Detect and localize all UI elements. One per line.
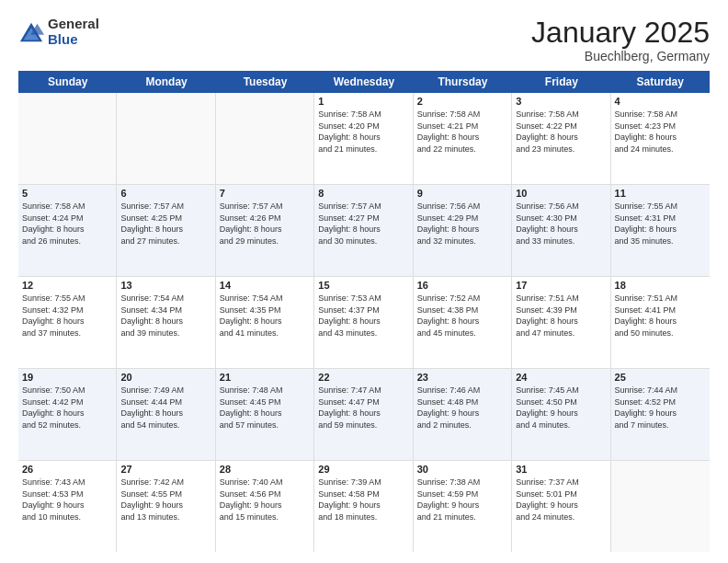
day-info: Sunrise: 7:46 AM Sunset: 4:48 PM Dayligh… — [417, 385, 507, 431]
day-number: 1 — [318, 96, 408, 107]
day-info: Sunrise: 7:39 AM Sunset: 4:58 PM Dayligh… — [318, 477, 408, 523]
day-info: Sunrise: 7:53 AM Sunset: 4:37 PM Dayligh… — [318, 293, 408, 339]
cal-cell-2-0: 12Sunrise: 7:55 AM Sunset: 4:32 PM Dayli… — [18, 277, 117, 368]
cal-cell-1-5: 10Sunrise: 7:56 AM Sunset: 4:30 PM Dayli… — [512, 185, 610, 276]
day-info: Sunrise: 7:55 AM Sunset: 4:32 PM Dayligh… — [22, 293, 112, 339]
calendar-row-4: 26Sunrise: 7:43 AM Sunset: 4:53 PM Dayli… — [18, 461, 710, 552]
day-info: Sunrise: 7:58 AM Sunset: 4:20 PM Dayligh… — [318, 109, 408, 155]
day-number: 11 — [615, 188, 706, 199]
month-title: January 2025 — [531, 17, 710, 49]
logo-general-text: General — [48, 17, 99, 32]
day-number: 23 — [417, 372, 507, 383]
day-info: Sunrise: 7:58 AM Sunset: 4:23 PM Dayligh… — [615, 109, 706, 155]
cal-cell-0-2 — [216, 93, 314, 184]
day-number: 20 — [120, 372, 210, 383]
day-number: 5 — [22, 188, 112, 199]
cal-cell-1-4: 9Sunrise: 7:56 AM Sunset: 4:29 PM Daylig… — [414, 185, 512, 276]
cal-cell-1-3: 8Sunrise: 7:57 AM Sunset: 4:27 PM Daylig… — [314, 185, 413, 276]
day-number: 29 — [318, 464, 408, 475]
cal-cell-1-0: 5Sunrise: 7:58 AM Sunset: 4:24 PM Daylig… — [18, 185, 117, 276]
day-number: 28 — [220, 464, 310, 475]
day-number: 13 — [120, 280, 210, 291]
cal-cell-2-2: 14Sunrise: 7:54 AM Sunset: 4:35 PM Dayli… — [216, 277, 314, 368]
cal-cell-4-2: 28Sunrise: 7:40 AM Sunset: 4:56 PM Dayli… — [216, 461, 314, 552]
cal-cell-0-4: 2Sunrise: 7:58 AM Sunset: 4:21 PM Daylig… — [414, 93, 512, 184]
cal-cell-4-6 — [611, 461, 710, 552]
title-block: January 2025 Buechlberg, Germany — [531, 17, 710, 63]
header-day-thursday: Thursday — [414, 71, 512, 93]
day-info: Sunrise: 7:49 AM Sunset: 4:44 PM Dayligh… — [120, 385, 210, 431]
day-info: Sunrise: 7:54 AM Sunset: 4:35 PM Dayligh… — [220, 293, 310, 339]
cal-cell-2-1: 13Sunrise: 7:54 AM Sunset: 4:34 PM Dayli… — [117, 277, 215, 368]
calendar: SundayMondayTuesdayWednesdayThursdayFrid… — [18, 71, 710, 552]
cal-cell-3-6: 25Sunrise: 7:44 AM Sunset: 4:52 PM Dayli… — [611, 369, 710, 460]
day-info: Sunrise: 7:50 AM Sunset: 4:42 PM Dayligh… — [22, 385, 112, 431]
day-number: 15 — [318, 280, 408, 291]
day-number: 17 — [516, 280, 606, 291]
day-number: 6 — [120, 188, 210, 199]
cal-cell-3-2: 21Sunrise: 7:48 AM Sunset: 4:45 PM Dayli… — [216, 369, 314, 460]
calendar-body: 1Sunrise: 7:58 AM Sunset: 4:20 PM Daylig… — [18, 93, 710, 552]
cal-cell-2-3: 15Sunrise: 7:53 AM Sunset: 4:37 PM Dayli… — [314, 277, 413, 368]
cal-cell-0-5: 3Sunrise: 7:58 AM Sunset: 4:22 PM Daylig… — [512, 93, 610, 184]
cal-cell-4-1: 27Sunrise: 7:42 AM Sunset: 4:55 PM Dayli… — [117, 461, 215, 552]
day-number: 19 — [22, 372, 112, 383]
cal-cell-0-6: 4Sunrise: 7:58 AM Sunset: 4:23 PM Daylig… — [611, 93, 710, 184]
day-info: Sunrise: 7:48 AM Sunset: 4:45 PM Dayligh… — [220, 385, 310, 431]
day-info: Sunrise: 7:57 AM Sunset: 4:27 PM Dayligh… — [318, 201, 408, 247]
cal-cell-4-0: 26Sunrise: 7:43 AM Sunset: 4:53 PM Dayli… — [18, 461, 117, 552]
header-day-saturday: Saturday — [611, 71, 710, 93]
header-day-wednesday: Wednesday — [314, 71, 413, 93]
day-number: 26 — [22, 464, 112, 475]
day-number: 14 — [220, 280, 310, 291]
calendar-row-3: 19Sunrise: 7:50 AM Sunset: 4:42 PM Dayli… — [18, 369, 710, 461]
day-info: Sunrise: 7:52 AM Sunset: 4:38 PM Dayligh… — [417, 293, 507, 339]
day-number: 4 — [615, 96, 706, 107]
cal-cell-0-1 — [117, 93, 215, 184]
day-info: Sunrise: 7:58 AM Sunset: 4:21 PM Dayligh… — [417, 109, 507, 155]
header-day-sunday: Sunday — [18, 71, 117, 93]
cal-cell-1-6: 11Sunrise: 7:55 AM Sunset: 4:31 PM Dayli… — [611, 185, 710, 276]
calendar-row-1: 5Sunrise: 7:58 AM Sunset: 4:24 PM Daylig… — [18, 185, 710, 277]
cal-cell-4-5: 31Sunrise: 7:37 AM Sunset: 5:01 PM Dayli… — [512, 461, 610, 552]
day-info: Sunrise: 7:47 AM Sunset: 4:47 PM Dayligh… — [318, 385, 408, 431]
day-info: Sunrise: 7:58 AM Sunset: 4:24 PM Dayligh… — [22, 201, 112, 247]
cal-cell-2-6: 18Sunrise: 7:51 AM Sunset: 4:41 PM Dayli… — [611, 277, 710, 368]
day-info: Sunrise: 7:54 AM Sunset: 4:34 PM Dayligh… — [120, 293, 210, 339]
header-day-monday: Monday — [117, 71, 215, 93]
day-info: Sunrise: 7:45 AM Sunset: 4:50 PM Dayligh… — [516, 385, 606, 431]
day-info: Sunrise: 7:43 AM Sunset: 4:53 PM Dayligh… — [22, 477, 112, 523]
cal-cell-3-4: 23Sunrise: 7:46 AM Sunset: 4:48 PM Dayli… — [414, 369, 512, 460]
cal-cell-4-3: 29Sunrise: 7:39 AM Sunset: 4:58 PM Dayli… — [314, 461, 413, 552]
logo-text: General Blue — [48, 17, 99, 47]
day-number: 25 — [615, 372, 706, 383]
day-info: Sunrise: 7:55 AM Sunset: 4:31 PM Dayligh… — [615, 201, 706, 247]
logo-blue-text: Blue — [48, 32, 99, 48]
header-day-tuesday: Tuesday — [216, 71, 314, 93]
header-day-friday: Friday — [512, 71, 610, 93]
day-number: 21 — [220, 372, 310, 383]
day-number: 10 — [516, 188, 606, 199]
day-number: 8 — [318, 188, 408, 199]
day-info: Sunrise: 7:42 AM Sunset: 4:55 PM Dayligh… — [120, 477, 210, 523]
calendar-row-2: 12Sunrise: 7:55 AM Sunset: 4:32 PM Dayli… — [18, 277, 710, 369]
day-number: 24 — [516, 372, 606, 383]
day-number: 18 — [615, 280, 706, 291]
cal-cell-2-4: 16Sunrise: 7:52 AM Sunset: 4:38 PM Dayli… — [414, 277, 512, 368]
logo-icon — [18, 19, 44, 45]
cal-cell-3-0: 19Sunrise: 7:50 AM Sunset: 4:42 PM Dayli… — [18, 369, 117, 460]
cal-cell-1-2: 7Sunrise: 7:57 AM Sunset: 4:26 PM Daylig… — [216, 185, 314, 276]
day-number: 31 — [516, 464, 606, 475]
cal-cell-0-3: 1Sunrise: 7:58 AM Sunset: 4:20 PM Daylig… — [314, 93, 413, 184]
location: Buechlberg, Germany — [531, 49, 710, 63]
page: General Blue January 2025 Buechlberg, Ge… — [0, 0, 728, 563]
day-number: 16 — [417, 280, 507, 291]
header: General Blue January 2025 Buechlberg, Ge… — [18, 17, 710, 63]
cal-cell-0-0 — [18, 93, 117, 184]
cal-cell-1-1: 6Sunrise: 7:57 AM Sunset: 4:25 PM Daylig… — [117, 185, 215, 276]
day-number: 27 — [120, 464, 210, 475]
day-info: Sunrise: 7:57 AM Sunset: 4:26 PM Dayligh… — [220, 201, 310, 247]
cal-cell-3-5: 24Sunrise: 7:45 AM Sunset: 4:50 PM Dayli… — [512, 369, 610, 460]
day-number: 7 — [220, 188, 310, 199]
day-info: Sunrise: 7:37 AM Sunset: 5:01 PM Dayligh… — [516, 477, 606, 523]
